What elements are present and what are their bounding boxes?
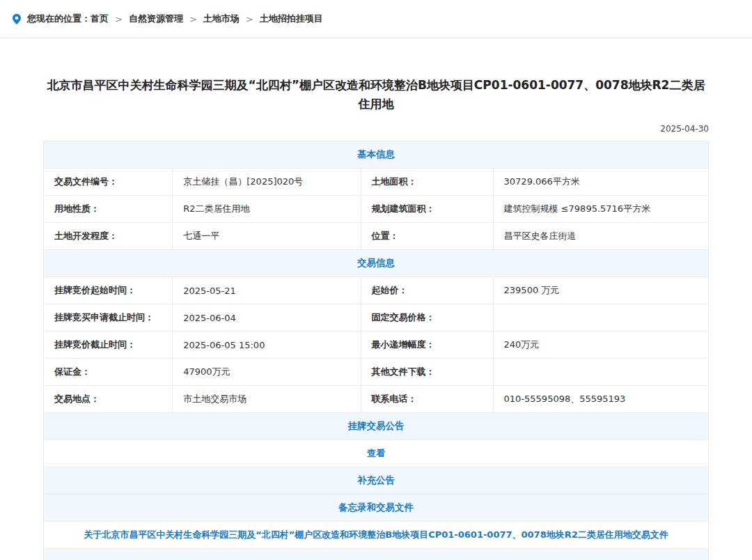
field-label: 用地性质： — [44, 196, 173, 223]
table-row: 挂牌竞价起始时间： 2025-05-21 起始价： 239500 万元 — [44, 277, 709, 304]
breadcrumb-item-home[interactable]: 首页 — [91, 13, 109, 25]
field-value: 47900万元 — [173, 359, 361, 386]
field-label: 挂牌竞价起始时间： — [44, 277, 173, 304]
field-label: 其他文件下载： — [361, 359, 493, 386]
table-row — [44, 549, 709, 560]
table-row: 查看 — [44, 440, 709, 467]
section-header-supplementary-announcement: 补充公告 — [44, 467, 709, 495]
section-header-transaction-info: 交易信息 — [44, 250, 709, 277]
breadcrumb-item-land-listing-projects[interactable]: 土地招拍挂项目 — [260, 13, 323, 25]
section-header-memo-and-documents: 备忘录和交易文件 — [44, 495, 709, 522]
table-row: 用地性质： R2二类居住用地 规划建筑面积： 建筑控制规模 ≤79895.571… — [44, 196, 709, 223]
content-container: 北京市昌平区中关村生命科学园三期及“北四村”棚户区改造和环境整治B地块项目CP0… — [43, 76, 709, 560]
field-value: 2025-06-04 — [173, 304, 361, 332]
table-row: 挂牌交易公告 — [44, 413, 709, 440]
table-row: 交易文件编号： 京土储挂（昌）[2025]020号 土地面积： 30729.06… — [44, 169, 709, 196]
transaction-document-link[interactable]: 关于北京市昌平区中关村生命科学园三期及“北四村”棚户区改造和环境整治B地块项目C… — [44, 522, 709, 549]
section-header-partial — [44, 549, 709, 560]
location-pin-icon — [13, 14, 21, 24]
breadcrumb-prefix: 您现在的位置： — [27, 13, 91, 25]
page-title: 北京市昌平区中关村生命科学园三期及“北四村”棚户区改造和环境整治B地块项目CP0… — [43, 76, 709, 114]
field-value — [493, 304, 708, 332]
field-label: 交易地点： — [44, 386, 173, 413]
breadcrumb-separator: > — [246, 14, 253, 24]
field-value: 七通一平 — [173, 223, 361, 250]
field-value: 2025-05-21 — [173, 277, 361, 304]
view-announcement-link[interactable]: 查看 — [44, 440, 709, 467]
field-label: 位置： — [361, 223, 493, 250]
breadcrumb-separator: > — [115, 14, 123, 24]
table-row: 补充公告 — [44, 467, 709, 495]
field-label: 土地面积： — [361, 169, 493, 196]
field-value: R2二类居住用地 — [173, 196, 361, 223]
field-value: 2025-06-05 15:00 — [173, 332, 361, 359]
field-label: 保证金： — [44, 359, 173, 386]
table-row: 关于北京市昌平区中关村生命科学园三期及“北四村”棚户区改造和环境整治B地块项目C… — [44, 522, 709, 549]
field-value — [493, 359, 708, 386]
land-parcel-info-table: 基本信息 交易文件编号： 京土储挂（昌）[2025]020号 土地面积： 307… — [43, 141, 709, 560]
field-value: 239500 万元 — [493, 277, 708, 304]
field-label: 联系电话： — [361, 386, 493, 413]
table-row: 交易信息 — [44, 250, 709, 277]
publish-date: 2025-04-30 — [43, 124, 709, 134]
field-value: 30729.066平方米 — [493, 169, 708, 196]
field-label: 挂牌竞买申请截止时间： — [44, 304, 173, 332]
field-value: 昌平区史各庄街道 — [493, 223, 708, 250]
table-row: 挂牌竞价截止时间： 2025-06-05 15:00 最小递增幅度： 240万元 — [44, 332, 709, 359]
breadcrumb-separator: > — [189, 14, 197, 24]
table-row: 土地开发程度： 七通一平 位置： 昌平区史各庄街道 — [44, 223, 709, 250]
section-header-basic-info: 基本信息 — [44, 141, 709, 169]
section-header-listing-announcement: 挂牌交易公告 — [44, 413, 709, 440]
field-label: 最小递增幅度： — [361, 332, 493, 359]
table-row: 保证金： 47900万元 其他文件下载： — [44, 359, 709, 386]
table-row: 挂牌竞买申请截止时间： 2025-06-04 固定交易价格： — [44, 304, 709, 332]
breadcrumb: 您现在的位置： 首页 > 自然资源管理 > 土地市场 > 土地招拍挂项目 — [0, 0, 752, 38]
field-label: 土地开发程度： — [44, 223, 173, 250]
breadcrumb-item-natural-resources[interactable]: 自然资源管理 — [129, 13, 183, 25]
field-label: 规划建筑面积： — [361, 196, 493, 223]
field-value: 010-55595098、55595193 — [493, 386, 708, 413]
field-value: 240万元 — [493, 332, 708, 359]
table-row: 基本信息 — [44, 141, 709, 169]
field-value: 建筑控制规模 ≤79895.5716平方米 — [493, 196, 708, 223]
field-value: 京土储挂（昌）[2025]020号 — [173, 169, 361, 196]
field-label: 挂牌竞价截止时间： — [44, 332, 173, 359]
breadcrumb-item-land-market[interactable]: 土地市场 — [203, 13, 240, 25]
table-row: 备忘录和交易文件 — [44, 495, 709, 522]
field-label: 起始价： — [361, 277, 493, 304]
field-label: 固定交易价格： — [361, 304, 493, 332]
field-label: 交易文件编号： — [44, 169, 173, 196]
table-row: 交易地点： 市土地交易市场 联系电话： 010-55595098、5559519… — [44, 386, 709, 413]
field-value: 市土地交易市场 — [173, 386, 361, 413]
